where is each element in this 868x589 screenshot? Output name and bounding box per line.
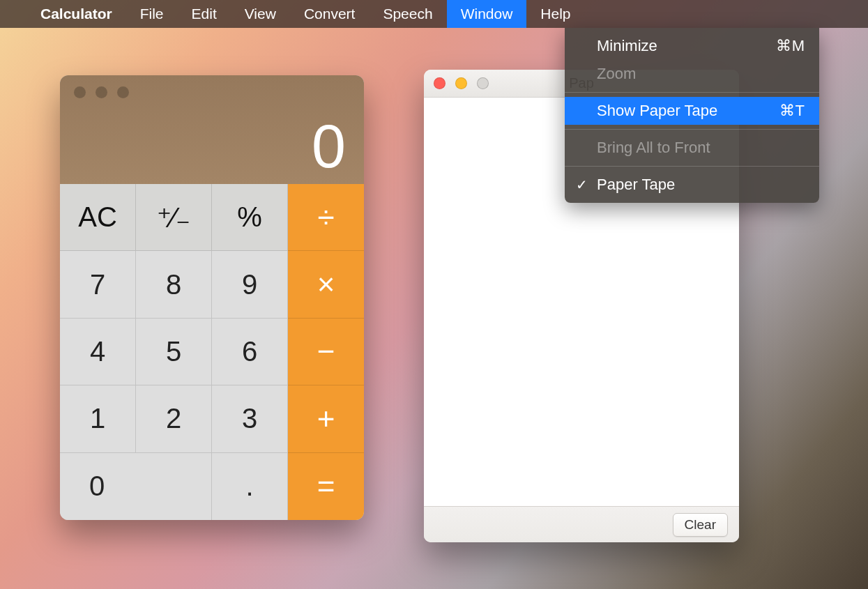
menu-separator — [565, 129, 819, 130]
menubar-speech[interactable]: Speech — [369, 0, 446, 28]
menu-show-paper-tape-shortcut: ⌘T — [779, 102, 805, 120]
key-decimal[interactable]: . — [212, 453, 288, 520]
menu-minimize-shortcut: ⌘M — [776, 37, 805, 55]
calculator-keypad: AC ⁺∕₋ % ÷ 7 8 9 × 4 5 6 − 1 2 3 + 0 . = — [60, 184, 364, 520]
key-6[interactable]: 6 — [212, 319, 288, 385]
paper-tape-footer: Clear — [424, 506, 739, 542]
menubar-file[interactable]: File — [126, 0, 178, 28]
close-icon[interactable] — [434, 77, 446, 89]
calculator-display-area: 0 — [60, 75, 364, 184]
menubar: Calculator File Edit View Convert Speech… — [0, 0, 868, 28]
menu-bring-all-to-front-label: Bring All to Front — [597, 139, 710, 157]
minimize-icon[interactable] — [455, 77, 467, 89]
key-5[interactable]: 5 — [136, 319, 212, 385]
key-percent[interactable]: % — [212, 184, 288, 251]
menubar-app[interactable]: Calculator — [26, 0, 126, 28]
zoom-icon[interactable] — [117, 86, 129, 98]
menubar-convert[interactable]: Convert — [290, 0, 370, 28]
menubar-view[interactable]: View — [231, 0, 290, 28]
menu-zoom-label: Zoom — [597, 65, 636, 83]
menu-zoom: Zoom — [565, 60, 819, 88]
menu-minimize-label: Minimize — [597, 37, 657, 55]
menu-bring-all-to-front: Bring All to Front — [565, 134, 819, 162]
key-1[interactable]: 1 — [60, 385, 136, 452]
calculator-display: 0 — [312, 116, 346, 177]
key-divide[interactable]: ÷ — [288, 184, 364, 251]
menubar-window[interactable]: Window — [447, 0, 527, 28]
menu-paper-tape[interactable]: ✓ Paper Tape — [565, 171, 819, 199]
menu-show-paper-tape[interactable]: Show Paper Tape ⌘T — [565, 97, 819, 125]
key-add[interactable]: + — [288, 385, 364, 452]
key-subtract[interactable]: − — [288, 319, 364, 385]
window-menu-dropdown: Minimize ⌘M Zoom Show Paper Tape ⌘T Brin… — [565, 28, 819, 203]
key-3[interactable]: 3 — [212, 385, 288, 452]
menubar-help[interactable]: Help — [526, 0, 584, 28]
key-7[interactable]: 7 — [60, 251, 136, 318]
zoom-icon[interactable] — [477, 77, 489, 89]
key-8[interactable]: 8 — [136, 251, 212, 318]
key-equals[interactable]: = — [288, 453, 364, 520]
key-sign[interactable]: ⁺∕₋ — [136, 184, 212, 251]
menu-paper-tape-label: Paper Tape — [597, 176, 675, 194]
menu-separator — [565, 166, 819, 167]
key-multiply[interactable]: × — [288, 251, 364, 318]
close-icon[interactable] — [74, 86, 86, 98]
menu-show-paper-tape-label: Show Paper Tape — [597, 102, 717, 120]
calculator-window: 0 AC ⁺∕₋ % ÷ 7 8 9 × 4 5 6 − 1 2 3 + 0 .… — [60, 75, 364, 520]
key-2[interactable]: 2 — [136, 385, 212, 452]
calculator-traffic-lights — [74, 86, 129, 98]
clear-button[interactable]: Clear — [673, 513, 728, 537]
key-4[interactable]: 4 — [60, 319, 136, 385]
menu-separator — [565, 92, 819, 93]
key-ac[interactable]: AC — [60, 184, 136, 251]
key-0[interactable]: 0 — [60, 453, 212, 520]
key-9[interactable]: 9 — [212, 251, 288, 318]
minimize-icon[interactable] — [96, 86, 107, 98]
menubar-edit[interactable]: Edit — [178, 0, 231, 28]
paper-tape-traffic-lights — [434, 77, 489, 89]
checkmark-icon: ✓ — [576, 176, 588, 193]
menu-minimize[interactable]: Minimize ⌘M — [565, 32, 819, 60]
